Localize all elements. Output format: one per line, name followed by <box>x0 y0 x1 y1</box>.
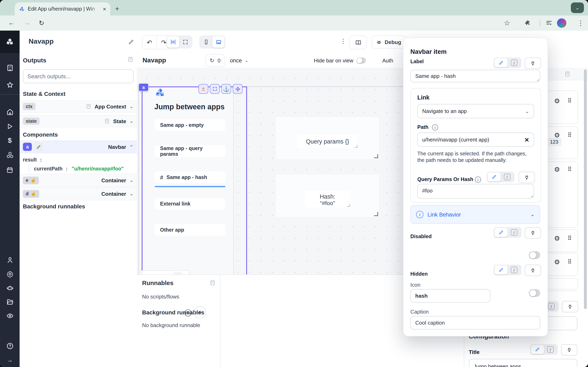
eval-input-button[interactable]: ƒ <box>508 228 521 237</box>
justify-button[interactable] <box>199 84 208 94</box>
resize-handle[interactable] <box>347 204 350 207</box>
forward-button[interactable]: → <box>24 19 30 26</box>
refresh-mode-select[interactable]: once ⌄ <box>230 57 249 63</box>
nav-item-query-params[interactable]: Same app - query params <box>155 145 225 157</box>
title-input[interactable]: Jump between apps <box>469 359 577 367</box>
home-logo-button[interactable] <box>0 31 20 53</box>
center-layout-button[interactable] <box>167 36 179 48</box>
chevron-down-icon[interactable]: ⌄ <box>130 104 134 109</box>
extensions-puzzle-icon[interactable] <box>524 20 531 26</box>
output-row-ctx[interactable]: ctx App Context ⌄ <box>20 100 137 113</box>
search-input[interactable] <box>23 69 134 83</box>
nav-item-other-app[interactable]: Other app <box>155 224 225 236</box>
static-input-button[interactable] <box>488 173 501 182</box>
hash-container[interactable]: Hash: "#foo" <box>276 175 379 217</box>
output-row-state[interactable]: state State ⌄ <box>20 115 137 127</box>
static-input-button[interactable] <box>494 58 508 67</box>
icon-input[interactable]: hash <box>410 289 490 303</box>
component-id-badge[interactable]: a <box>138 83 149 91</box>
connect-input-button[interactable] <box>561 344 577 356</box>
doc-panel-icon[interactable] <box>127 56 134 62</box>
chevron-up-icon[interactable]: ⌄ <box>130 144 134 150</box>
desktop-view-button[interactable] <box>212 36 225 48</box>
chevron-down-icon[interactable]: ⌄ <box>130 191 134 197</box>
gear-icon[interactable]: ⚙ <box>554 97 560 105</box>
component-row-container-e[interactable]: e ☝ Container ⌄ <box>20 174 137 187</box>
back-button[interactable]: ← <box>8 19 15 26</box>
reload-button[interactable]: ↻ <box>39 19 44 27</box>
docs-button[interactable] <box>350 35 367 49</box>
sidebar-item-runs[interactable] <box>6 122 14 131</box>
sidebar-item-users[interactable] <box>6 256 14 264</box>
link-behavior-toggle[interactable]: i Link Behavior ⌄ <box>410 205 540 224</box>
profile-avatar[interactable] <box>557 18 566 28</box>
nav-item-same-app-hash[interactable]: # Same app - hash <box>155 171 225 183</box>
bookmark-star-icon[interactable]: ☆ <box>504 19 510 27</box>
edit-name-pencil-icon[interactable] <box>128 39 134 45</box>
eval-input-button[interactable]: ƒ <box>508 58 521 67</box>
clear-path-icon[interactable]: ✕ <box>525 136 529 143</box>
move-component-button[interactable] <box>233 84 242 94</box>
doc-panel-icon[interactable] <box>564 71 571 77</box>
sidebar-item-folders[interactable] <box>6 298 14 306</box>
refresh-count-button[interactable]: ↻ 0 <box>205 54 225 67</box>
anchor-component-button[interactable]: ⚓ <box>221 84 231 94</box>
drag-grip-icon[interactable]: ⠿ <box>568 259 572 265</box>
nav-item-same-app-empty[interactable]: Same app - empty <box>155 119 225 131</box>
sidebar-item-settings[interactable] <box>6 270 14 278</box>
caption-input[interactable]: Cool caption <box>410 316 540 329</box>
eval-input-button[interactable]: ƒ <box>544 345 557 354</box>
eval-input-button[interactable]: ƒ <box>508 266 521 275</box>
sidebar-item-workers[interactable] <box>6 284 14 292</box>
static-input-button[interactable] <box>494 266 508 275</box>
add-background-runnable-button[interactable]: + <box>194 306 206 318</box>
drag-grip-icon[interactable]: ⠿ <box>568 98 572 104</box>
expand-component-button[interactable] <box>210 84 220 94</box>
gear-icon[interactable]: ⚙ <box>554 166 560 173</box>
drag-grip-icon[interactable]: ⠿ <box>568 132 572 138</box>
resize-corner-icon[interactable] <box>374 154 378 158</box>
mobile-view-button[interactable] <box>200 36 212 48</box>
sidebar-item-audit[interactable] <box>6 312 14 320</box>
qph-input[interactable]: #foo <box>417 184 534 199</box>
fullwidth-layout-button[interactable] <box>179 36 191 48</box>
static-input-button[interactable] <box>494 228 508 237</box>
chevron-down-icon[interactable]: ⌄ <box>130 177 134 183</box>
sidebar-item-favorites[interactable] <box>6 81 14 89</box>
connect-input-button[interactable] <box>519 172 535 183</box>
sidebar-item-workspace[interactable] <box>6 64 14 72</box>
sidebar-item-resources[interactable] <box>6 151 14 159</box>
panel-scrollbar[interactable] <box>584 69 587 309</box>
media-controls-icon[interactable] <box>545 20 553 26</box>
sidebar-item-schedules[interactable] <box>6 166 14 174</box>
component-row-container-d[interactable]: d ☝ Container ⌄ <box>20 187 137 200</box>
sidebar-item-variables[interactable]: $ <box>6 137 14 145</box>
chevron-down-icon[interactable]: ⌄ <box>130 118 134 124</box>
sidebar-item-home[interactable] <box>6 108 14 116</box>
resize-handle[interactable] <box>355 145 357 148</box>
doc-panel-icon[interactable] <box>209 280 216 286</box>
disabled-toggle[interactable] <box>529 251 540 259</box>
new-tab-button[interactable]: + <box>115 5 119 13</box>
tab-close-icon[interactable]: × <box>103 6 106 12</box>
browser-tab[interactable]: Edit App u/henri/navapp | Win × <box>15 2 110 16</box>
hide-bar-toggle[interactable] <box>357 57 366 63</box>
result-key[interactable]: result <box>23 157 37 163</box>
query-params-container[interactable]: Query params {} <box>276 117 379 159</box>
tab-search-button[interactable]: ⌄ <box>571 2 584 13</box>
more-menu-icon[interactable]: ⋮ <box>340 38 346 45</box>
connect-input-button[interactable] <box>525 58 541 69</box>
resize-corner-icon[interactable] <box>374 212 378 216</box>
path-input[interactable]: u/henri/navapp (current app) ✕ <box>417 133 534 147</box>
current-path-row[interactable]: currentPath : "u/henri/navapp#foo" <box>29 165 124 172</box>
static-input-button[interactable] <box>531 345 544 354</box>
debug-button[interactable]: Debug <box>372 35 407 49</box>
rename-component-button[interactable] <box>34 142 43 151</box>
nav-item-external-link[interactable]: External link <box>155 198 225 210</box>
link-type-select[interactable]: Navigate to an app ⌄ <box>417 104 534 118</box>
component-row-navbar[interactable]: a Navbar ⌄ <box>20 140 137 153</box>
hash-text[interactable]: Hash: "#foo" <box>305 191 350 207</box>
gear-icon[interactable]: ⚙ <box>554 258 560 266</box>
drag-grip-icon[interactable]: ⠿ <box>568 166 572 173</box>
label-input[interactable]: Same app - hash <box>410 70 540 82</box>
